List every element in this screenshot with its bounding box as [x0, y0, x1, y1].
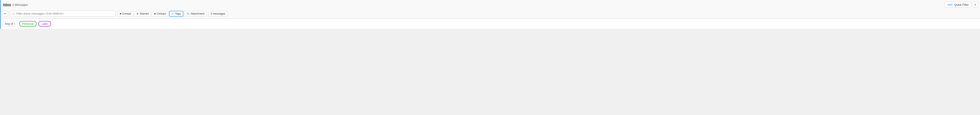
- starred-label: Starred: [140, 12, 149, 15]
- filter-lines-icon: ⧏⧐: [947, 3, 953, 6]
- contact-label: Contact: [157, 12, 166, 15]
- filter-bar-row: ✏ ■ Unread ★ Starred ■ Contact 🏷 Tags 📎: [1, 9, 980, 19]
- header-row: Inbox 2 Messages ⧏⧐ Quick Filter ≡: [1, 0, 980, 9]
- attachment-icon: 📎: [186, 12, 190, 15]
- unread-filter-chip[interactable]: ■ Unread: [118, 11, 133, 16]
- later-tag-badge[interactable]: Later: [38, 21, 51, 26]
- personal-tag-badge[interactable]: Personal: [19, 21, 37, 26]
- messages-count-badge: 2 messages: [208, 11, 227, 16]
- tag-icon: 🏷: [172, 12, 174, 15]
- personal-tag-label: Personal: [22, 22, 33, 26]
- unread-icon: ■: [119, 12, 121, 15]
- attachment-label: Attachment: [191, 12, 204, 15]
- search-input[interactable]: [10, 11, 116, 16]
- inbox-title: Inbox: [3, 3, 11, 6]
- tags-filter-row: Any of ∨ Personal Later: [1, 19, 980, 29]
- star-icon: ★: [136, 12, 139, 15]
- any-of-dropdown[interactable]: Any of ∨: [3, 21, 18, 26]
- starred-filter-chip[interactable]: ★ Starred: [134, 11, 151, 16]
- chevron-down-icon: ∨: [14, 23, 16, 25]
- compose-pencil-button[interactable]: ✏: [2, 11, 8, 16]
- later-tag-label: Later: [41, 22, 48, 26]
- more-options-button[interactable]: ≡: [972, 2, 978, 8]
- quick-filter-button[interactable]: ⧏⧐ Quick Filter: [945, 2, 971, 8]
- tags-label: Tags: [175, 12, 181, 15]
- contact-icon: ■: [154, 12, 156, 15]
- attachment-filter-chip[interactable]: 📎 Attachment: [184, 11, 207, 16]
- contact-filter-chip[interactable]: ■ Contact: [152, 11, 168, 16]
- message-count: 2 Messages: [12, 3, 28, 6]
- unread-label: Unread: [122, 12, 131, 15]
- any-of-label: Any of: [5, 22, 13, 26]
- header-right: ⧏⧐ Quick Filter ≡: [945, 2, 978, 8]
- header-left: Inbox 2 Messages: [3, 3, 28, 6]
- app-container: Inbox 2 Messages ⧏⧐ Quick Filter ≡ ✏ ■ U…: [0, 0, 980, 29]
- tags-filter-chip[interactable]: 🏷 Tags: [169, 11, 183, 16]
- quick-filter-label: Quick Filter: [954, 3, 969, 6]
- pencil-icon: ✏: [4, 12, 6, 16]
- filter-chips: ■ Unread ★ Starred ■ Contact 🏷 Tags 📎 At…: [118, 11, 207, 16]
